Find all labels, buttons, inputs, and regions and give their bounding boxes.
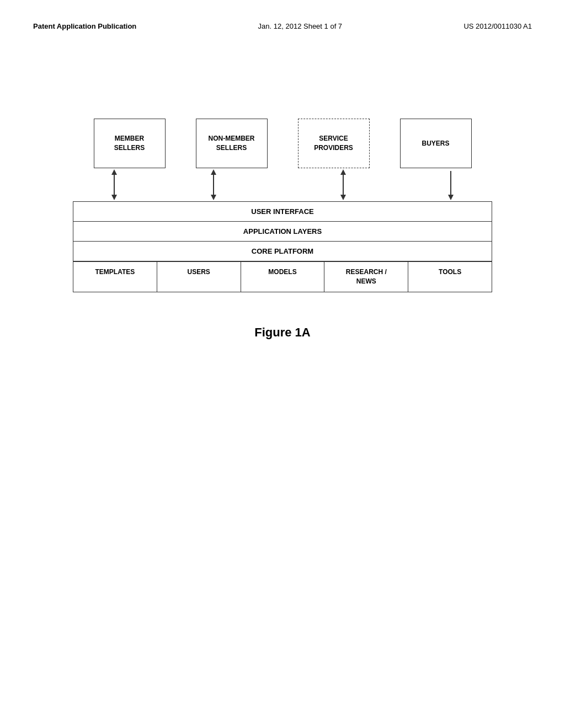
arrow-up-3	[340, 169, 346, 175]
research-news-cell: RESEARCH /NEWS	[324, 262, 408, 292]
arrow-up-1	[111, 169, 117, 175]
core-platform-layer: CORE PLATFORM	[73, 242, 492, 261]
non-member-sellers-label: NON-MEMBERSELLERS	[209, 134, 255, 153]
templates-cell: TEMPLATES	[73, 262, 157, 292]
figure-caption: Figure 1A	[33, 325, 532, 340]
header-left: Patent Application Publication	[33, 22, 136, 30]
service-providers-box: SERVICEPROVIDERS	[298, 119, 370, 168]
arrow-down-3	[340, 195, 346, 200]
member-sellers-label: MEMBERSELLERS	[114, 134, 145, 153]
service-providers-label: SERVICEPROVIDERS	[314, 134, 353, 153]
buyers-box: BUYERS	[400, 119, 472, 168]
diagram-container: MEMBERSELLERS NON-MEMBERSELLERS SERVICEP…	[33, 119, 532, 292]
header-right: US 2012/0011030 A1	[463, 22, 532, 30]
arrow-down-4	[448, 195, 454, 200]
arrow-up-2	[211, 169, 216, 175]
header-center: Jan. 12, 2012 Sheet 1 of 7	[258, 22, 343, 30]
bottom-cells-row: TEMPLATES USERS MODELS RESEARCH /NEWS TO…	[73, 261, 492, 292]
arrow-down-1	[111, 195, 117, 200]
top-boxes: MEMBERSELLERS NON-MEMBERSELLERS SERVICEP…	[73, 119, 492, 168]
main-layered-box: USER INTERFACE APPLICATION LAYERS CORE P…	[73, 201, 492, 292]
models-cell: MODELS	[241, 262, 325, 292]
tools-cell: TOOLS	[408, 262, 492, 292]
arrows-diagram	[73, 168, 492, 201]
non-member-sellers-box: NON-MEMBERSELLERS	[196, 119, 268, 168]
page: Patent Application Publication Jan. 12, …	[0, 0, 565, 728]
arrow-down-2	[211, 195, 216, 200]
application-layers-layer: APPLICATION LAYERS	[73, 222, 492, 242]
buyers-label: BUYERS	[422, 139, 449, 148]
member-sellers-box: MEMBERSELLERS	[94, 119, 166, 168]
users-cell: USERS	[157, 262, 241, 292]
user-interface-layer: USER INTERFACE	[73, 202, 492, 222]
header: Patent Application Publication Jan. 12, …	[33, 22, 532, 30]
